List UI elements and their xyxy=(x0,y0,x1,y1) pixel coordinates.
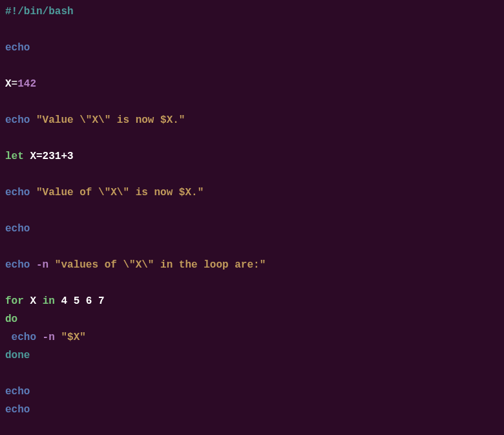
done-keyword: done xyxy=(5,350,30,361)
code-editor[interactable]: #!/bin/bash echo X=142 echo "Value \"X\"… xyxy=(5,3,499,435)
echo-builtin: echo xyxy=(5,187,30,198)
code-line: echo -n "$X" xyxy=(5,328,499,346)
assign-operator: = xyxy=(12,78,18,90)
code-line: echo -n "values of \"X\" in the loop are… xyxy=(5,256,499,274)
code-line-blank xyxy=(5,274,499,292)
string-literal: "values of \"X\" in the loop are:" xyxy=(48,259,266,271)
indent xyxy=(5,332,12,343)
in-keyword: in xyxy=(43,295,55,307)
code-line: echo xyxy=(5,39,499,57)
code-line: do xyxy=(5,310,499,328)
code-line: done xyxy=(5,346,499,365)
code-line-blank xyxy=(5,57,499,75)
code-line: echo xyxy=(5,220,499,238)
code-line-blank xyxy=(5,365,499,383)
for-keyword: for xyxy=(5,295,24,307)
code-line-blank xyxy=(5,202,499,220)
variable-name: X xyxy=(5,78,12,90)
code-line-blank xyxy=(5,419,499,435)
echo-builtin: echo xyxy=(5,114,30,126)
code-line: X=142 xyxy=(5,75,499,93)
flag-option: -n xyxy=(30,259,48,271)
string-literal: "$X" xyxy=(55,332,86,343)
let-builtin: let xyxy=(5,151,24,162)
code-line: for X in 4 5 6 7 xyxy=(5,292,499,310)
string-literal: "Value \"X\" is now $X." xyxy=(30,114,185,126)
let-expression: X=231+3 xyxy=(24,151,74,162)
echo-builtin: echo xyxy=(5,404,30,416)
code-line: let X=231+3 xyxy=(5,147,499,165)
code-line-blank xyxy=(5,238,499,256)
code-line-blank xyxy=(5,129,499,147)
shebang-comment: #! xyxy=(5,6,17,17)
flag-option: -n xyxy=(36,332,55,343)
code-line-blank xyxy=(5,165,499,184)
echo-builtin: echo xyxy=(5,223,30,235)
code-line: echo xyxy=(5,383,499,401)
code-line-blank xyxy=(5,93,499,111)
echo-builtin: echo xyxy=(12,332,36,343)
shebang-path: /bin/bash xyxy=(17,6,73,17)
do-keyword: do xyxy=(5,313,17,325)
code-line-blank xyxy=(5,21,499,39)
number-literal: 142 xyxy=(17,78,36,90)
string-literal: "Value of \"X\" is now $X." xyxy=(30,187,204,198)
code-line: echo "Value of \"X\" is now $X." xyxy=(5,184,499,202)
code-line: echo xyxy=(5,401,499,419)
echo-builtin: echo xyxy=(5,259,30,271)
echo-builtin: echo xyxy=(5,386,30,398)
code-line: echo "Value \"X\" is now $X." xyxy=(5,111,499,129)
code-line: #!/bin/bash xyxy=(5,3,499,21)
echo-builtin: echo xyxy=(5,42,30,54)
loop-values: 4 5 6 7 xyxy=(55,295,105,307)
loop-variable: X xyxy=(24,295,43,307)
